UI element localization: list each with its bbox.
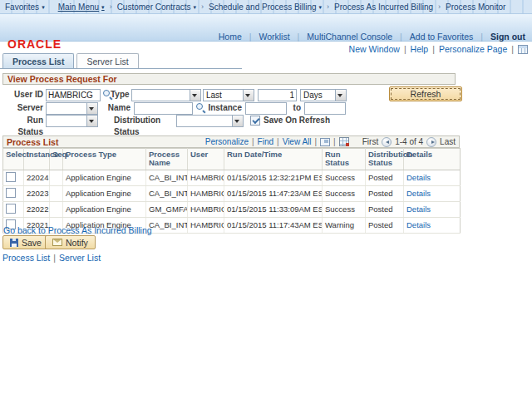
distribution-status-dropdown[interactable] [176,115,244,127]
details-link[interactable]: Details [406,204,431,214]
name-input[interactable] [134,102,193,115]
pagination-last-label[interactable]: Last [440,137,456,146]
process-monitor-page: Favorites ▾ Main Menu ▾ › Customer Contr… [0,0,532,399]
run-datetime-cell: 01/15/2015 11:47:23AM EST [224,185,323,201]
row-select-checkbox[interactable] [6,172,16,182]
details-link[interactable]: Details [406,189,431,198]
notify-button[interactable]: Notify [45,235,96,249]
bottom-link-process-list[interactable]: Process List [2,253,50,263]
next-page-icon[interactable] [426,137,436,147]
tab-process-list[interactable]: Process List [2,53,74,68]
breadcrumb-separator-icon: › [201,2,204,11]
row-select-checkbox[interactable] [6,204,16,214]
col-run-status: Run Status [323,149,366,170]
instance-cell: 22024 [24,170,50,185]
user-cell: HAMBRICG [188,170,224,185]
dropdown-arrow-icon [86,116,97,126]
breadcrumb-customer-contracts[interactable]: Customer Contracts ▾ [117,2,196,12]
download-spreadsheet-icon[interactable] [339,137,349,146]
personalize-link[interactable]: Personalize [205,137,249,146]
to-label: to [291,102,301,114]
table-header-row: Select Instance Seq. Process Type Proces… [3,149,461,170]
bottom-page-links: Process List | Server List [2,253,101,263]
breadcrumb-schedule-process-billing[interactable]: Schedule and Process Billing ▾ [209,2,322,12]
breadcrumb-process-monitor[interactable]: Process Monitor [446,2,505,12]
dropdown-arrow-icon [232,116,243,126]
run-status-cell: Success [323,201,366,217]
instance-cell: 22022 [24,201,50,217]
header-link-add-to-favorites[interactable]: Add to Favorites [410,32,473,42]
section-title: View Process Request For [7,74,117,84]
col-run-datetime: Run Date/Time [224,149,323,170]
days-unit-dropdown[interactable]: Days [300,89,347,101]
run-datetime-cell: 01/15/2015 11:33:09AM EST [224,201,323,217]
col-details: Details [404,149,461,170]
sign-out-link[interactable]: Sign out [490,32,525,42]
seq-cell [50,201,63,217]
distribution-status-cell: Posted [366,201,404,217]
days-count-input[interactable] [258,89,297,101]
zoom-popup-icon[interactable] [320,138,330,146]
chevron-down-icon: ▾ [194,4,197,10]
server-dropdown[interactable] [46,102,98,115]
breadcrumb-favorites[interactable]: Favorites ▾ [5,2,45,12]
breadcrumb-process-as-incurred-billing[interactable]: Process As Incurred Billing [334,2,433,12]
personalize-page-link[interactable]: Personalize Page [439,44,507,54]
dropdown-arrow-icon [335,90,346,101]
breadcrumb-label: Process Monitor [446,2,505,12]
details-link[interactable]: Details [406,220,431,229]
select-cell [3,185,24,201]
app-header: ORACLE Home | Worklist | MultiChannel Co… [0,14,532,42]
instance-label: Instance [208,102,242,114]
new-window-link[interactable]: New Window [349,44,400,54]
row-select-checkbox[interactable] [6,188,16,198]
help-link[interactable]: Help [411,44,429,54]
pagination-first-label[interactable]: First [362,137,378,146]
header-link-worklist[interactable]: Worklist [259,32,289,42]
details-cell: Details [404,217,461,233]
breadcrumb-label: Customer Contracts [117,2,191,12]
go-back-link[interactable]: Go back to Process As Incurred Billing [3,225,152,235]
notify-button-label: Notify [66,238,88,248]
select-cell [3,170,24,185]
header-link-separator: | [298,32,300,42]
run-datetime-cell: 01/15/2015 12:32:21PM EST [224,170,323,185]
breadcrumb-main-menu[interactable]: Main Menu ▾ [58,2,105,12]
details-link[interactable]: Details [406,173,431,182]
process-type-cell: Application Engine [63,185,146,201]
header-link-multichannel-console[interactable]: MultiChannel Console [307,32,392,42]
type-dropdown[interactable] [131,89,201,101]
run-status-cell: Success [323,185,366,201]
find-link[interactable]: Find [258,137,273,146]
view-process-request-header: View Process Request For [2,73,456,85]
user-id-input[interactable] [46,89,101,101]
oracle-logo: ORACLE [7,37,62,51]
process-name-cell: GM_GMFACS [146,201,188,217]
header-link-separator: | [400,32,402,42]
grid-toolbar: Personalize | Find | View All | | First … [205,137,456,147]
table-row: 22024 Application Engine CA_BI_INTFC HAM… [3,170,461,185]
bottom-link-server-list[interactable]: Server List [59,253,101,263]
instance-to-input[interactable] [304,102,346,115]
run-datetime-cell: 01/15/2015 11:17:43AM EST [224,217,323,233]
save-on-refresh-checkbox[interactable] [250,116,260,126]
user-cell: HAMBRICG [188,217,224,233]
run-status-cell: Warning [323,217,366,233]
save-button[interactable]: Save [2,235,49,249]
last-dropdown-value: Last [206,91,222,100]
name-lookup-icon[interactable] [196,103,206,113]
col-instance: Instance [24,149,50,170]
tab-server-list[interactable]: Server List [76,53,138,68]
previous-page-icon[interactable] [382,137,392,147]
toolbar-separator: | [252,137,254,146]
refresh-button[interactable]: Refresh [389,86,462,101]
last-dropdown[interactable]: Last [203,89,254,101]
dropdown-arrow-icon [190,90,200,101]
instance-from-input[interactable] [245,102,287,115]
page-layout-icon[interactable] [518,45,528,54]
table-row: 22023 Application Engine CA_BI_INTFC HAM… [3,185,461,201]
run-status-dropdown[interactable] [46,115,98,127]
view-all-link[interactable]: View All [283,137,312,146]
header-link-home[interactable]: Home [219,32,242,42]
details-cell: Details [404,201,461,217]
